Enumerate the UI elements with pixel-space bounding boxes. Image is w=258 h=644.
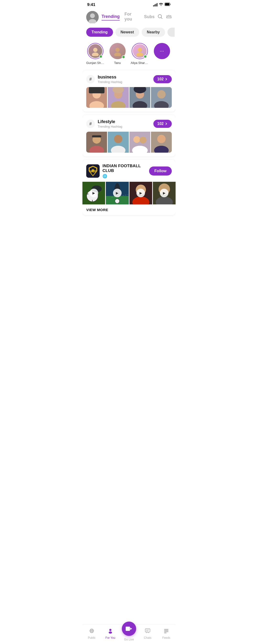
story-name: Tanu — [114, 61, 121, 65]
club-header: WCR INDIAN FOOTBALL CLUB 🌐 Follow — [82, 160, 176, 182]
grid-image-7 — [130, 132, 150, 152]
go-live-button[interactable] — [122, 622, 136, 636]
nav-label-feeds: Feeds — [162, 636, 170, 640]
grid-image-4 — [151, 87, 172, 108]
online-dot — [144, 55, 147, 58]
story-item-gunjan[interactable]: Gunjan Sharma — [86, 43, 104, 65]
nav-tabs: Trending For you Subs — [101, 12, 155, 23]
video-item-3[interactable]: ▶ — [130, 182, 152, 204]
signal-icon — [153, 3, 157, 6]
svg-point-33 — [114, 135, 122, 143]
status-bar: 9:41 — [82, 0, 176, 8]
svg-point-11 — [138, 48, 142, 52]
svg-point-9 — [115, 48, 120, 52]
nav-item-golive[interactable]: Go Live — [122, 626, 136, 641]
feeds-icon — [163, 628, 169, 635]
pill-newest[interactable]: Newest — [115, 28, 139, 37]
pill-more[interactable] — [168, 28, 175, 37]
tab-foryou[interactable]: For you — [124, 12, 139, 23]
grid-image-5 — [86, 132, 107, 152]
status-icons — [153, 2, 171, 7]
image-grid-lifestyle — [86, 132, 172, 152]
play-icon: ▶ — [160, 189, 168, 197]
nav-label-foryou: For You — [105, 636, 115, 640]
nav-item-feeds[interactable]: Feeds — [159, 628, 173, 640]
card-header: # business Trending Hashtag 102 — [86, 75, 172, 84]
story-name: Gunjan Sharma — [86, 61, 104, 65]
follow-button[interactable]: Follow — [149, 166, 172, 176]
video-item-1[interactable]: ▶ — [82, 182, 105, 204]
grid-image-6 — [108, 132, 128, 152]
nav-item-public[interactable]: Public — [85, 628, 99, 640]
online-dot — [99, 55, 102, 58]
club-info: INDIAN FOOTBALL CLUB 🌐 — [102, 164, 149, 178]
svg-point-37 — [140, 137, 146, 143]
crown-icon[interactable] — [166, 14, 172, 20]
count-badge-business[interactable]: 102 — [153, 75, 172, 83]
hashtag-card-lifestyle: # Lifestyle Trending Hashtag 102 — [82, 115, 176, 156]
svg-point-36 — [133, 136, 140, 143]
club-type: 🌐 — [102, 174, 149, 178]
svg-rect-72 — [164, 629, 168, 630]
header-actions — [157, 14, 172, 20]
globe-icon: 🌐 — [102, 174, 107, 178]
nav-label-public: Public — [88, 636, 96, 640]
pill-nearby[interactable]: Nearby — [142, 28, 165, 37]
count-badge-lifestyle[interactable]: 102 — [153, 120, 172, 128]
svg-rect-75 — [164, 632, 167, 633]
svg-point-8 — [92, 52, 99, 56]
hash-icon: # — [86, 120, 95, 128]
hashtag-subtitle: Trending Hashtag — [98, 125, 122, 128]
hashtag-subtitle: Trending Hashtag — [98, 80, 122, 84]
hashtag-card-business: # business Trending Hashtag 102 — [82, 70, 176, 112]
pill-trending[interactable]: Trending — [86, 28, 113, 37]
svg-point-65 — [109, 629, 111, 631]
nav-label-chats: Chats — [144, 636, 151, 640]
header: Trending For you Subs — [82, 8, 176, 23]
grid-image-1 — [86, 87, 107, 108]
online-dot — [122, 55, 125, 59]
play-icon: ▶ — [90, 189, 98, 197]
hashtag-title: Lifestyle — [98, 119, 122, 124]
video-item-2[interactable]: ▶ — [106, 182, 128, 204]
main-content: # business Trending Hashtag 102 — [82, 70, 176, 238]
tab-trending[interactable]: Trending — [101, 14, 120, 20]
stories-row: Gunjan Sharma Tanu — [82, 43, 176, 65]
svg-rect-69 — [145, 629, 150, 632]
story-item-tanu[interactable]: Tanu — [108, 43, 126, 65]
nav-label-golive: Go Live — [124, 638, 134, 641]
more-stories-button[interactable]: ··· — [154, 43, 170, 59]
nav-item-foryou[interactable]: For You — [103, 628, 117, 640]
story-item-aliya[interactable]: Aliya Sharma — [131, 43, 149, 65]
tab-subs[interactable]: Subs — [144, 14, 155, 20]
svg-rect-31 — [92, 136, 101, 138]
search-icon[interactable] — [157, 14, 163, 20]
svg-point-10 — [114, 52, 121, 56]
avatar[interactable] — [86, 11, 99, 23]
hash-icon: # — [86, 75, 95, 84]
video-grid: ▶ ▶ ▶ — [82, 182, 176, 204]
svg-rect-73 — [164, 630, 168, 631]
svg-rect-1 — [165, 3, 169, 6]
svg-point-46 — [91, 169, 94, 172]
svg-point-52 — [115, 199, 119, 203]
svg-point-3 — [90, 13, 95, 18]
filter-pills: Trending Newest Nearby — [82, 23, 176, 39]
battery-icon — [165, 2, 171, 7]
svg-marker-68 — [130, 628, 132, 630]
svg-line-6 — [161, 18, 163, 19]
story-name: Aliya Sharma — [131, 61, 149, 65]
club-logo: WCR — [86, 164, 100, 178]
status-time: 9:41 — [87, 2, 95, 7]
view-more-button[interactable]: VIEW MORE — [82, 204, 176, 215]
public-icon — [89, 628, 95, 635]
bottom-nav: Public For You Go Live — [82, 624, 176, 644]
play-icon: ▶ — [113, 189, 121, 197]
chats-icon — [145, 628, 151, 635]
card-left: # Lifestyle Trending Hashtag — [86, 119, 122, 128]
svg-point-7 — [93, 48, 97, 52]
nav-item-chats[interactable]: Chats — [141, 628, 155, 640]
story-item-more[interactable]: ··· — [153, 43, 171, 65]
video-item-4[interactable]: ▶ — [153, 182, 176, 204]
svg-point-12 — [137, 52, 143, 56]
